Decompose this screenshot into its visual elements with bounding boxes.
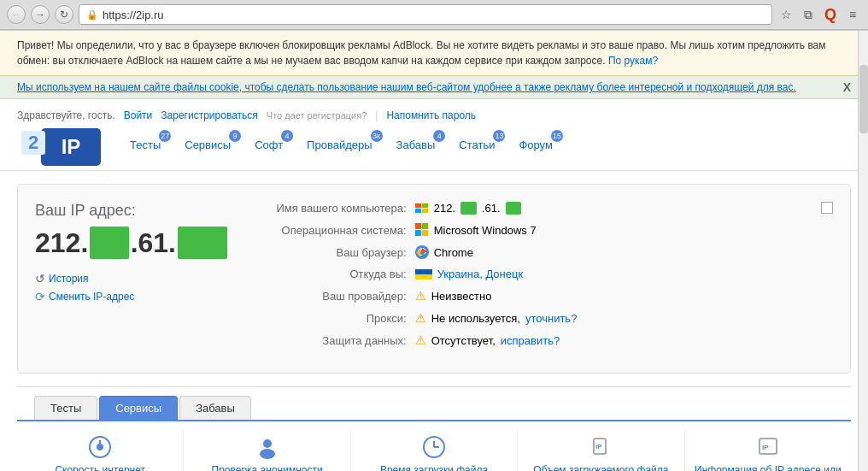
os-windows-icon (415, 223, 429, 237)
svg-rect-12 (415, 274, 432, 280)
svg-rect-11 (415, 269, 432, 274)
auth-bar: Здравствуйте, гость. Войти Зарегистриров… (17, 106, 851, 128)
ip-actions: ↺ История ⟳ Сменить IP-адрес (35, 272, 227, 303)
anon-icon (255, 434, 280, 460)
greeting-text: Здравствуйте, гость. (17, 109, 115, 121)
nav-forum[interactable]: 15 Форум (515, 137, 556, 153)
service-download-time: Время загрузки файла (351, 430, 518, 471)
ip-part2-hidden (90, 227, 128, 259)
os-value: Microsoft Windows 7 (415, 223, 537, 237)
tests-count: 27 (159, 130, 171, 142)
file-icon: IP (588, 434, 613, 460)
change-ip-link[interactable]: ⟳ Сменить IP-адрес (35, 290, 227, 303)
back-button[interactable]: ← (7, 5, 26, 24)
checkbox-placeholder[interactable] (821, 202, 833, 214)
provider-row: Ваш провайдер: ⚠ Неизвестно (261, 289, 787, 303)
location-row: Откуда вы: Украина, Донецк (261, 268, 787, 280)
scrollbar-thumb[interactable] (859, 65, 868, 133)
what-gives-link[interactable]: Что дает регистрация? (267, 110, 367, 121)
service-speed: Скорость интернет соединения (17, 430, 184, 471)
settings-icon[interactable]: ≡ (844, 6, 861, 23)
svg-rect-6 (415, 230, 421, 236)
service-anon: Проверка анонимности (184, 430, 350, 471)
tab-services[interactable]: Сервисы (99, 396, 178, 420)
cookie-bar: Мы используем на нашем сайте файлы cooki… (0, 76, 868, 99)
anon-link[interactable]: Проверка анонимности (212, 464, 323, 471)
download-time-link[interactable]: Время загрузки файла (380, 464, 488, 471)
login-link[interactable]: Войти (124, 109, 153, 121)
hostname-label: Имя вашего компьютера: (261, 202, 415, 215)
remind-pass-link[interactable]: Напомнить пароль (386, 109, 476, 121)
clock-icon (421, 434, 447, 460)
svg-rect-1 (422, 203, 428, 208)
logo-ip: IP (41, 128, 101, 166)
copy-icon[interactable]: ⧉ (800, 6, 817, 23)
windows-flag-icon (415, 203, 429, 214)
svg-rect-2 (415, 209, 421, 213)
speed-link[interactable]: Скорость интернет соединения (26, 464, 174, 471)
browser-label: Ваш браузер: (261, 246, 415, 259)
protection-value: ⚠ Отсутствует, исправить? (415, 333, 560, 347)
svg-text:IP: IP (595, 443, 602, 450)
ip-label: Ваш IP адрес: (35, 202, 227, 220)
tabs-bar: Тесты Сервисы Забавы (17, 386, 851, 420)
proxy-label: Прокси: (261, 312, 415, 325)
provider-text: Неизвестно (431, 290, 492, 303)
ad-link[interactable]: По рукам? (608, 55, 658, 67)
main-content: Ваш IP адрес: 212. .61. ↺ История ⟳ Смен (0, 171, 868, 471)
provider-label: Ваш провайдер: (261, 290, 415, 303)
protection-link[interactable]: исправить? (501, 334, 560, 347)
ip-address: 212. .61. (35, 227, 227, 259)
os-label: Операционная система: (261, 224, 415, 237)
history-link[interactable]: ↺ История (35, 272, 227, 286)
ip-domain-icon: IP (755, 434, 781, 460)
services-count: 9 (229, 130, 241, 142)
provider-value: ⚠ Неизвестно (415, 289, 492, 303)
nav-fun[interactable]: 4 Забавы (393, 137, 439, 153)
nav-providers[interactable]: 3к Провайдеры (303, 137, 375, 153)
nav-bar: ← → ↻ 🔒 https://2ip.ru ☆ ⧉ Q ≡ (0, 0, 868, 30)
star-icon[interactable]: ☆ (777, 6, 795, 23)
browser-row: Ваш браузер: Chrome (261, 245, 787, 259)
cookie-link[interactable]: Мы используем на нашем сайте файлы cooki… (17, 81, 796, 93)
browser-value: Chrome (415, 245, 473, 259)
forward-button[interactable]: → (31, 5, 50, 24)
tab-tests[interactable]: Тесты (34, 396, 97, 420)
services-grid: Скорость интернет соединения Проверка ан… (17, 420, 851, 471)
scrollbar[interactable] (858, 31, 868, 471)
proxy-link[interactable]: уточнить? (525, 312, 577, 325)
logo-2: 2 (21, 131, 45, 155)
address-bar[interactable]: 🔒 https://2ip.ru (79, 4, 772, 25)
refresh-button[interactable]: ↻ (55, 5, 73, 24)
ip-left: Ваш IP адрес: 212. .61. ↺ История ⟳ Смен (35, 202, 227, 356)
hostname-hidden1 (460, 202, 477, 215)
file-size-link[interactable]: Объем загружаемого файла (533, 464, 668, 471)
svg-rect-5 (422, 223, 428, 229)
ip-part3: .61. (131, 227, 176, 259)
ad-banner: Привет! Мы определили, что у вас в брауз… (0, 31, 868, 76)
site-logo[interactable]: 2 IP (17, 128, 101, 166)
cookie-close-button[interactable]: X (843, 80, 851, 94)
cookie-text: Мы используем на нашем сайте файлы cooki… (17, 81, 796, 93)
ip-info-link[interactable]: Информация об IP адресе или домене (694, 464, 842, 471)
register-link[interactable]: Зарегистрироваться (161, 109, 257, 121)
nav-icons: ☆ ⧉ Q ≡ (777, 6, 861, 23)
change-ip-icon: ⟳ (35, 290, 45, 303)
location-link[interactable]: Украина, Донецк (437, 268, 523, 280)
os-row: Операционная система: Microsoft Windows … (261, 223, 787, 237)
nav-tests[interactable]: 27 Тесты (126, 137, 164, 153)
menu-icon[interactable]: Q (822, 6, 839, 23)
browser-name: Chrome (434, 246, 473, 259)
speed-icon (87, 434, 113, 460)
os-text: Microsoft Windows 7 (434, 224, 537, 237)
proxy-text: Не используется, (431, 312, 520, 325)
nav-services[interactable]: 9 Сервисы (181, 137, 234, 153)
logo-nav: 2 IP 27 Тесты 9 Сервисы 4 Софт 3к (17, 128, 851, 170)
warning-icon-proxy: ⚠ (415, 311, 426, 325)
forum-count: 15 (551, 130, 563, 142)
ip-card: Ваш IP адрес: 212. .61. ↺ История ⟳ Смен (17, 184, 851, 374)
nav-articles[interactable]: 13 Статьи (455, 137, 498, 153)
nav-soft[interactable]: 4 Софт (251, 137, 286, 153)
hostname-value: 212. .61. (415, 202, 522, 215)
tab-fun[interactable]: Забавы (179, 396, 251, 420)
